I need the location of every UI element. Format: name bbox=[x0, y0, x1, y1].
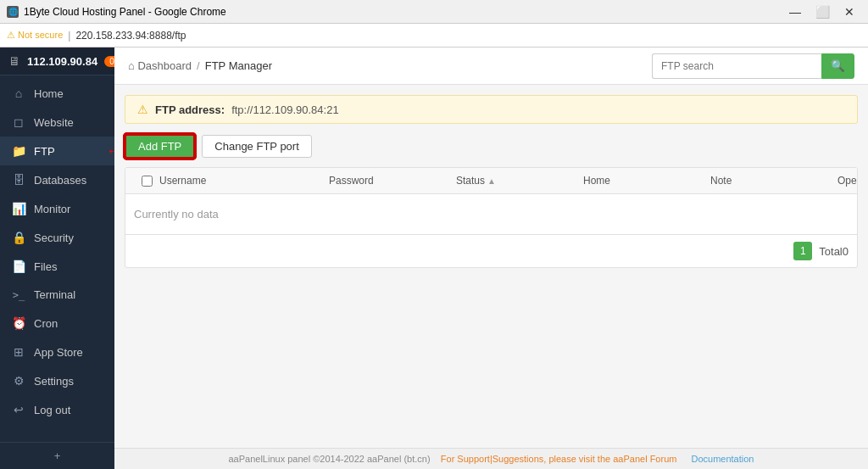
sidebar-label-cron: Cron bbox=[34, 317, 58, 330]
column-home: Home bbox=[583, 175, 710, 187]
sidebar-item-settings[interactable]: ⚙ Settings bbox=[0, 366, 114, 395]
home-breadcrumb-icon: ⌂ bbox=[128, 59, 135, 72]
sidebar-label-logout: Log out bbox=[34, 404, 70, 416]
sidebar-nav: ⌂ Home ◻ Website 📁 FTP ← 🗄 Databases 📊 M… bbox=[0, 75, 114, 442]
minimize-button[interactable]: — bbox=[783, 4, 807, 20]
documentation-link[interactable]: Documentation bbox=[691, 454, 754, 464]
sidebar: 🖥 112.109.90.84 0 ⌂ Home ◻ Website 📁 FTP… bbox=[0, 47, 114, 469]
breadcrumb-home: ⌂ Dashboard bbox=[128, 59, 192, 72]
url-display: 220.158.233.94:8888/ftp bbox=[75, 30, 186, 42]
sidebar-item-home[interactable]: ⌂ Home bbox=[0, 79, 114, 108]
sidebar-label-website: Website bbox=[34, 116, 74, 129]
settings-icon: ⚙ bbox=[12, 374, 25, 388]
ftp-address-label: FTP address: bbox=[155, 103, 225, 116]
sidebar-item-website[interactable]: ◻ Website bbox=[0, 108, 114, 137]
breadcrumb: ⌂ Dashboard / FTP Manager bbox=[128, 59, 272, 72]
sidebar-label-settings: Settings bbox=[34, 375, 74, 388]
sidebar-item-appstore[interactable]: ⊞ App Store bbox=[0, 338, 114, 366]
search-button[interactable]: 🔍 bbox=[821, 53, 854, 79]
notification-badge: 0 bbox=[104, 56, 114, 67]
terminal-icon: >_ bbox=[12, 289, 25, 301]
column-note: Note bbox=[710, 175, 837, 187]
current-page[interactable]: 1 bbox=[793, 242, 812, 260]
breadcrumb-current: FTP Manager bbox=[205, 59, 272, 72]
ftp-table: Username Password Status ▲ Home Note Ope… bbox=[125, 167, 858, 268]
column-status: Status ▲ bbox=[456, 175, 583, 187]
window-title: 1Byte Cloud Hosting Panel - Google Chrom… bbox=[24, 6, 226, 18]
sidebar-item-cron[interactable]: ⏰ Cron bbox=[0, 309, 114, 338]
security-warning: ⚠ Not secure bbox=[7, 30, 63, 41]
warning-icon: ⚠ bbox=[137, 103, 148, 116]
copyright-text: aaPanelLinux panel ©2014-2022 aaPanel (b… bbox=[229, 454, 431, 464]
sidebar-item-security[interactable]: 🔒 Security bbox=[0, 223, 114, 252]
ftp-notice: ⚠ FTP address: ftp://112.109.90.84:21 bbox=[125, 95, 858, 124]
browser-icon: 🌐 bbox=[7, 6, 19, 18]
ftp-arrow-indicator: ← bbox=[106, 142, 114, 160]
cron-icon: ⏰ bbox=[12, 316, 25, 330]
ftp-address-value: ftp://112.109.90.84:21 bbox=[231, 103, 339, 116]
column-password: Password bbox=[329, 175, 456, 187]
search-input[interactable] bbox=[652, 53, 821, 79]
server-ip: 112.109.90.84 bbox=[27, 55, 97, 68]
appstore-icon: ⊞ bbox=[12, 345, 25, 359]
ftp-icon: 📁 bbox=[12, 144, 25, 158]
search-icon: 🔍 bbox=[831, 59, 845, 72]
sidebar-label-monitor: Monitor bbox=[34, 203, 70, 215]
databases-icon: 🗄 bbox=[12, 173, 25, 187]
sidebar-item-logout[interactable]: ↩ Log out bbox=[0, 395, 114, 424]
table-pagination: 1 Total0 bbox=[125, 234, 857, 267]
website-icon: ◻ bbox=[12, 115, 25, 129]
address-bar: ⚠ Not secure | 220.158.233.94:8888/ftp bbox=[0, 24, 868, 47]
title-bar: 🌐 1Byte Cloud Hosting Panel - Google Chr… bbox=[0, 0, 868, 24]
sidebar-item-monitor[interactable]: 📊 Monitor bbox=[0, 194, 114, 223]
column-operation: Operation bbox=[837, 175, 858, 187]
sidebar-label-home: Home bbox=[34, 87, 64, 100]
sidebar-label-terminal: Terminal bbox=[34, 288, 75, 301]
sidebar-label-databases: Databases bbox=[34, 174, 86, 187]
column-username: Username bbox=[159, 175, 329, 187]
monitor-nav-icon: 📊 bbox=[12, 202, 25, 215]
sidebar-label-security: Security bbox=[34, 232, 74, 244]
sidebar-item-terminal[interactable]: >_ Terminal bbox=[0, 281, 114, 309]
sidebar-label-ftp: FTP bbox=[34, 145, 55, 158]
action-bar: Add FTP Change FTP port bbox=[125, 134, 858, 159]
page-footer: aaPanelLinux panel ©2014-2022 aaPanel (b… bbox=[114, 448, 868, 469]
address-separator: | bbox=[68, 30, 70, 42]
sidebar-add-button[interactable]: + bbox=[0, 442, 114, 469]
maximize-button[interactable]: ⬜ bbox=[810, 4, 834, 20]
empty-message: Currently no data bbox=[125, 194, 857, 234]
total-count: Total0 bbox=[819, 245, 849, 258]
support-link[interactable]: For Support|Suggestions, please visit th… bbox=[441, 454, 677, 464]
logout-icon: ↩ bbox=[12, 403, 25, 416]
add-ftp-button[interactable]: Add FTP bbox=[125, 134, 195, 159]
search-box: 🔍 bbox=[652, 53, 854, 79]
close-button[interactable]: ✕ bbox=[837, 4, 861, 20]
security-icon: 🔒 bbox=[12, 231, 25, 244]
sidebar-header: 🖥 112.109.90.84 0 bbox=[0, 47, 114, 75]
sidebar-label-files: Files bbox=[34, 260, 57, 273]
sidebar-label-appstore: App Store bbox=[34, 346, 83, 359]
top-bar: ⌂ Dashboard / FTP Manager 🔍 bbox=[114, 47, 868, 85]
sidebar-item-databases[interactable]: 🗄 Databases bbox=[0, 165, 114, 194]
sort-icon: ▲ bbox=[487, 176, 496, 186]
table-header: Username Password Status ▲ Home Note Ope… bbox=[125, 168, 857, 194]
files-icon: 📄 bbox=[12, 260, 25, 273]
select-all-checkbox[interactable] bbox=[142, 176, 153, 187]
breadcrumb-separator: / bbox=[197, 59, 200, 72]
sidebar-item-ftp[interactable]: 📁 FTP ← bbox=[0, 137, 114, 165]
main-content: ⚠ FTP address: ftp://112.109.90.84:21 Ad… bbox=[114, 85, 868, 448]
sidebar-item-files[interactable]: 📄 Files bbox=[0, 252, 114, 281]
home-icon: ⌂ bbox=[12, 87, 25, 100]
change-ftp-port-button[interactable]: Change FTP port bbox=[202, 135, 311, 158]
content-area: ⌂ Dashboard / FTP Manager 🔍 ⚠ FTP addres… bbox=[114, 47, 868, 469]
monitor-icon: 🖥 bbox=[8, 54, 20, 68]
add-icon: + bbox=[54, 449, 61, 462]
